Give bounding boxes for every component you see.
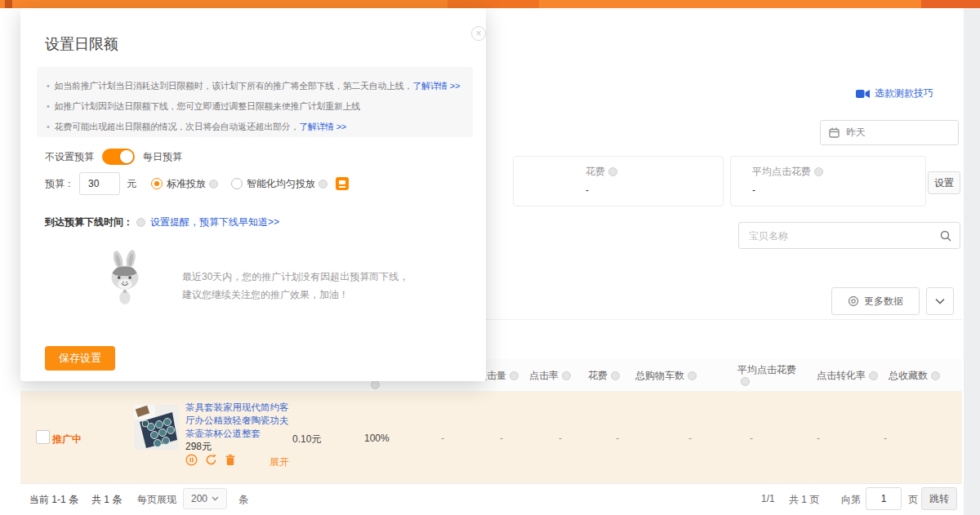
- info-icon[interactable]: [209, 180, 218, 189]
- bullet-icon: •: [47, 101, 50, 111]
- avg-click-cost-label: 平均点击花费: [752, 166, 811, 177]
- row-action-icons: [185, 454, 236, 466]
- bullet-icon: •: [47, 81, 50, 91]
- budget-label: 预算：: [45, 177, 74, 191]
- top-nav-segment: [921, 0, 980, 8]
- info-icon[interactable]: [608, 167, 617, 176]
- radio-standard[interactable]: [151, 178, 163, 189]
- row-checkbox[interactable]: [36, 430, 50, 444]
- promo-badge-icon[interactable]: [336, 177, 349, 190]
- product-title-line[interactable]: 茶壶茶杯公道整套: [185, 427, 289, 440]
- item-search-input[interactable]: [739, 230, 940, 242]
- column-header[interactable]: 点击转化率: [817, 369, 878, 383]
- more-data-button[interactable]: 更多数据: [831, 287, 920, 315]
- video-camera-icon: [856, 89, 870, 99]
- refresh-icon[interactable]: [205, 454, 217, 466]
- set-reminder-link[interactable]: 设置提醒，预算下线早知道>>: [150, 215, 279, 229]
- save-settings-button[interactable]: 保存设置: [45, 346, 115, 371]
- info-icon: [688, 371, 697, 380]
- budget-toggle-row: 不设置预算 每日预算: [45, 149, 182, 165]
- info-icon[interactable]: [318, 180, 327, 189]
- trash-icon[interactable]: [225, 454, 236, 466]
- video-tip-link[interactable]: 选款测款技巧: [856, 87, 933, 100]
- info-icon: [931, 371, 940, 380]
- per-page-value: 200: [191, 493, 207, 504]
- column-header[interactable]: 点击率: [529, 369, 571, 383]
- metric-empty-value: -: [441, 433, 444, 444]
- offline-time-label: 到达预算下线时间：: [45, 215, 133, 229]
- metric-empty-value: -: [688, 433, 692, 444]
- column-header[interactable]: 花费: [588, 369, 620, 383]
- goto-page-input[interactable]: [866, 487, 902, 510]
- per-page-select[interactable]: 200: [183, 488, 227, 509]
- notice-line: •如当前推广计划当日消耗达到日限额时，该计划下所有的推广将全部下线，第二天自动上…: [47, 76, 473, 96]
- pager-range: 当前 1-1 条: [29, 493, 78, 507]
- page-gutter: [964, 8, 980, 515]
- product-title-line[interactable]: 茶具套装家用现代简约客: [185, 401, 289, 414]
- avg-click-cost-stat-card: 平均点击花费 -: [730, 156, 926, 206]
- close-icon[interactable]: ×: [471, 26, 486, 41]
- product-title-line[interactable]: 厅办公精致轻奢陶瓷功夫: [185, 414, 289, 427]
- row-ratio-value: 100%: [364, 433, 390, 444]
- search-icon[interactable]: [940, 230, 951, 242]
- budget-input[interactable]: [79, 172, 120, 195]
- spend-label: 花费: [586, 166, 605, 177]
- top-nav-bar: [0, 0, 980, 8]
- info-icon[interactable]: [371, 380, 380, 389]
- row-bid-value: 0.10元: [292, 433, 321, 446]
- learn-more-link[interactable]: 了解详情 >>: [412, 81, 460, 91]
- metric-empty-value: -: [500, 433, 503, 444]
- budget-unit: 元: [127, 177, 136, 191]
- per-page-unit: 条: [238, 493, 248, 507]
- goto-label: 向第: [841, 493, 861, 507]
- jump-button[interactable]: 跳转: [921, 487, 957, 510]
- offline-time-row: 到达预算下线时间： 设置提醒，预算下线早知道>>: [45, 215, 279, 229]
- date-filter[interactable]: 昨天: [820, 120, 959, 145]
- info-icon: [869, 371, 878, 380]
- info-icon: [741, 377, 750, 386]
- video-tip-label: 选款测款技巧: [875, 87, 933, 100]
- info-icon: [510, 371, 519, 380]
- settings-button[interactable]: 设置: [928, 171, 960, 194]
- mascot-message-line: 建议您继续关注您的推广效果，加油！: [182, 286, 408, 304]
- learn-more-link[interactable]: 了解详情 >>: [299, 122, 346, 131]
- mascot-illustration: [102, 250, 151, 308]
- total-pages: 共 1 页: [789, 493, 819, 507]
- mascot-message-line: 最近30天内，您的推广计划没有因超出预算而下线，: [182, 268, 408, 286]
- notice-line: •花费可能出现超出日限额的情况，次日将会自动返还超出部分，了解详情 >>: [47, 117, 473, 137]
- bullet-icon: •: [47, 122, 50, 131]
- budget-toggle[interactable]: [102, 149, 135, 165]
- radio-smart[interactable]: [231, 178, 243, 189]
- notice-line: •如推广计划因到达日限额下线，您可立即通过调整日限额来使推广计划重新上线: [47, 96, 473, 117]
- metric-empty-value: -: [817, 433, 820, 444]
- modal-title: 设置日限额: [45, 34, 118, 54]
- toggle-on-label: 每日预算: [143, 150, 182, 164]
- pager-total-items: 共 1 条: [91, 493, 122, 507]
- avg-click-cost-value: -: [752, 184, 925, 196]
- expand-link[interactable]: 展开: [270, 455, 289, 469]
- notice-box: •如当前推广计划当日消耗达到日限额时，该计划下所有的推广将全部下线，第二天自动上…: [37, 67, 473, 137]
- item-search[interactable]: [738, 222, 960, 249]
- daily-limit-modal: × 设置日限额 •如当前推广计划当日消耗达到日限额时，该计划下所有的推广将全部下…: [20, 8, 486, 381]
- collapse-columns-button[interactable]: [926, 287, 954, 315]
- info-icon[interactable]: [136, 218, 145, 227]
- column-header[interactable]: 总收藏数: [889, 369, 940, 383]
- column-header[interactable]: 总购物车数: [635, 369, 697, 383]
- budget-row: 预算： 元 标准投放 智能化均匀投放: [45, 171, 349, 196]
- page-ratio: 1/1: [761, 493, 775, 504]
- status-badge: 推广中: [52, 433, 82, 446]
- metric-empty-value: -: [750, 433, 753, 444]
- top-nav-segment: [5, 0, 12, 8]
- info-icon[interactable]: [814, 167, 823, 176]
- metric-empty-value: -: [559, 433, 562, 444]
- goto-unit: 页: [908, 493, 918, 507]
- pause-icon[interactable]: [185, 454, 198, 466]
- radio-standard-label[interactable]: 标准投放: [167, 177, 206, 191]
- top-nav-segment: [448, 0, 539, 8]
- product-thumbnail[interactable]: [134, 405, 179, 450]
- spend-stat-card: 花费 -: [513, 156, 724, 206]
- info-icon: [611, 371, 620, 380]
- column-header[interactable]: 平均点击花费: [737, 364, 796, 387]
- date-filter-value: 昨天: [846, 126, 866, 140]
- radio-smart-label[interactable]: 智能化均匀投放: [247, 177, 315, 191]
